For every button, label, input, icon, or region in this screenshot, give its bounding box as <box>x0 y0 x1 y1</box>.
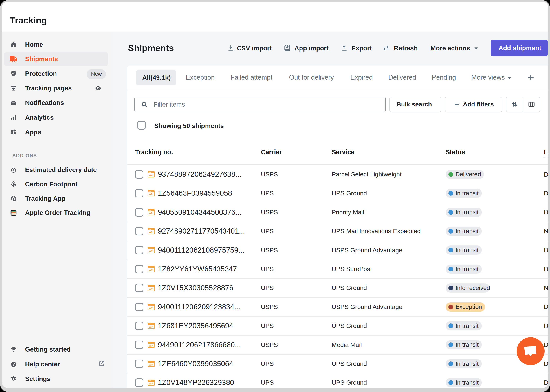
svg-text:API: API <box>149 364 153 366</box>
svg-text:API: API <box>149 287 153 290</box>
svg-text:API: API <box>149 269 153 272</box>
svg-text:API: API <box>149 231 153 234</box>
svg-text:API: API <box>149 307 153 309</box>
svg-text:API: API <box>149 212 153 215</box>
svg-text:API: API <box>149 174 153 177</box>
svg-text:API: API <box>149 250 153 252</box>
svg-text:API: API <box>149 344 153 347</box>
svg-text:API: API <box>149 193 153 196</box>
svg-text:API: API <box>149 326 153 328</box>
svg-text:API: API <box>149 382 153 385</box>
